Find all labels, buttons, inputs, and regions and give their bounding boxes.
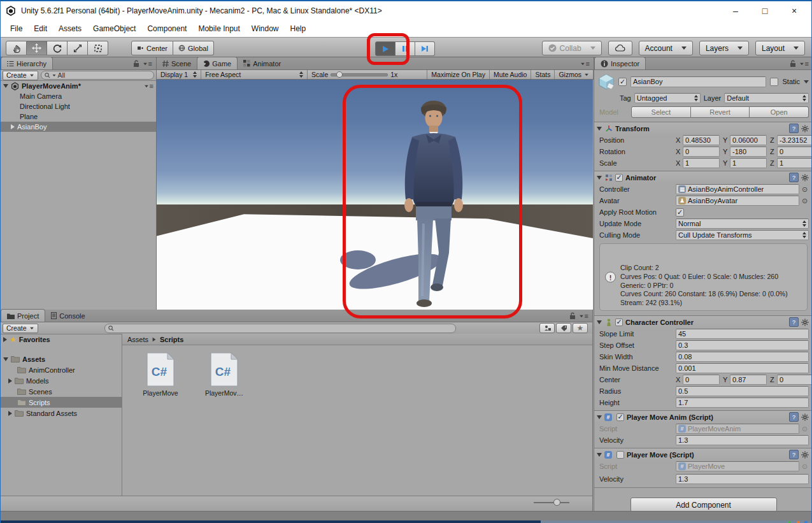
panel-menu-icon[interactable]: ≡ [579,312,588,320]
foldout-closed-icon[interactable] [8,378,12,383]
rotation-z-field[interactable]: 0 [777,147,812,157]
foldout-open-icon[interactable] [597,415,602,419]
center-z-field[interactable]: 0 [777,375,812,385]
cloud-button[interactable] [608,41,632,55]
foldout-open-icon[interactable] [597,320,602,324]
gear-icon[interactable] [801,319,809,326]
position-y-field[interactable]: 0.06000 [730,135,767,145]
static-checkbox[interactable] [770,78,778,86]
component-enabled-checkbox[interactable] [615,319,623,326]
hierarchy-item-main-camera[interactable]: Main Camera [1,91,156,101]
project-create-button[interactable]: Create [3,324,38,333]
update-mode-dropdown[interactable]: Normal [676,219,809,229]
avatar-object-field[interactable]: ♟ AsianBoyAvatar [676,196,799,206]
gizmos-dropdown[interactable]: Gizmos [555,70,594,79]
folder-animcontroller[interactable]: AnimController [1,364,122,375]
folder-standard-assets[interactable]: Standard Assets [1,408,122,419]
favorites-row[interactable]: ★ Favorites [1,334,122,345]
apply-root-motion-checkbox[interactable] [676,208,684,217]
tab-game[interactable]: Game [197,57,238,69]
scale-z-field[interactable]: 1 [777,158,812,168]
slope-limit-field[interactable]: 45 [676,329,809,339]
file-playermove[interactable]: C# PlayerMove [138,352,183,397]
foldout-closed-icon[interactable] [3,337,7,342]
model-open-button[interactable]: Open [750,106,809,118]
folder-models[interactable]: Models [1,375,122,386]
menu-file[interactable]: File [4,24,28,33]
rotate-tool-button[interactable] [47,41,68,55]
folder-scripts[interactable]: Scripts [1,397,122,408]
object-picker-icon[interactable]: ⊙ [801,197,809,205]
rotation-y-field[interactable]: -180 [730,147,767,157]
panel-menu-icon[interactable]: ≡ [143,60,152,68]
step-offset-field[interactable]: 0.3 [676,340,809,350]
minimize-button[interactable]: – [721,1,750,20]
tab-inspector[interactable]: Inspector [594,57,646,69]
hierarchy-item-plane[interactable]: Plane [1,111,156,122]
pause-button[interactable] [395,41,415,56]
menu-mobile-input[interactable]: Mobile Input [192,24,245,33]
scale-y-field[interactable]: 1 [730,158,767,168]
lock-icon[interactable] [790,60,796,68]
space-toggle-button[interactable]: Global [173,41,214,55]
menu-gameobject[interactable]: GameObject [87,24,141,33]
gear-icon[interactable] [801,125,809,133]
scale-slider-thumb[interactable] [336,71,343,78]
search-by-type-button[interactable] [539,323,555,333]
pivot-toggle-button[interactable]: Center [131,41,173,55]
hierarchy-create-button[interactable]: Create [3,71,38,80]
add-component-button[interactable]: Add Component [630,498,777,511]
game-viewport[interactable] [157,80,593,310]
favorite-search-button[interactable]: ★ [573,323,588,333]
project-search-input[interactable] [104,324,456,333]
foldout-open-icon[interactable] [597,176,602,180]
gear-icon[interactable] [801,451,809,459]
velocity-field[interactable]: 1.3 [676,435,809,445]
menu-edit[interactable]: Edit [28,24,53,33]
gear-icon[interactable] [801,174,809,182]
help-icon[interactable]: ? [789,173,799,182]
aspect-dropdown[interactable]: Free Aspect [201,70,308,79]
foldout-open-icon[interactable] [3,84,8,88]
scale-x-field[interactable]: 1 [683,158,720,168]
foldout-open-icon[interactable] [3,357,8,361]
menu-component[interactable]: Component [141,24,192,33]
tab-project[interactable]: Project [1,309,45,322]
model-select-button[interactable]: Select [631,106,691,118]
panel-menu-icon[interactable]: ≡ [580,60,590,68]
velocity-field[interactable]: 1.3 [676,474,809,484]
center-x-field[interactable]: 0 [683,375,720,385]
play-button[interactable] [375,41,395,56]
foldout-closed-icon[interactable] [8,411,12,416]
min-move-distance-field[interactable]: 0.001 [676,363,809,373]
foldout-open-icon[interactable] [597,127,602,131]
component-enabled-checkbox[interactable] [616,413,624,421]
collab-button[interactable]: Collab [542,41,602,55]
gear-icon[interactable] [801,413,809,421]
menu-window[interactable]: Window [246,24,285,33]
tab-animator[interactable]: Animator [238,57,287,69]
layout-dropdown[interactable]: Layout [755,41,805,55]
component-enabled-checkbox[interactable] [615,174,623,182]
stats-toggle[interactable]: Stats [531,70,555,79]
breadcrumb-assets[interactable]: Assets [127,336,148,343]
lock-icon[interactable] [569,312,576,320]
tab-hierarchy[interactable]: Hierarchy [1,57,53,69]
maximize-button[interactable]: □ [750,1,780,20]
active-checkbox[interactable] [618,78,627,86]
scale-slider[interactable] [331,73,388,76]
panel-menu-icon[interactable]: ≡ [799,60,809,68]
name-field[interactable]: AsianBoy [630,76,766,87]
center-y-field[interactable]: 0.87 [730,375,767,385]
move-tool-button[interactable] [27,41,47,55]
menu-assets[interactable]: Assets [53,24,87,33]
hand-tool-button[interactable] [6,41,27,55]
layers-dropdown[interactable]: Layers [699,41,749,55]
tab-scene[interactable]: Scene [157,57,197,69]
hierarchy-search-input[interactable]: All [41,71,154,80]
search-by-label-button[interactable] [556,323,571,333]
controller-object-field[interactable]: ▦ AsianBoyAnimController [676,184,799,194]
position-x-field[interactable]: 0.48530 [683,135,720,145]
scale-tool-button[interactable] [68,41,88,55]
tag-dropdown[interactable]: Untagged [634,93,701,103]
